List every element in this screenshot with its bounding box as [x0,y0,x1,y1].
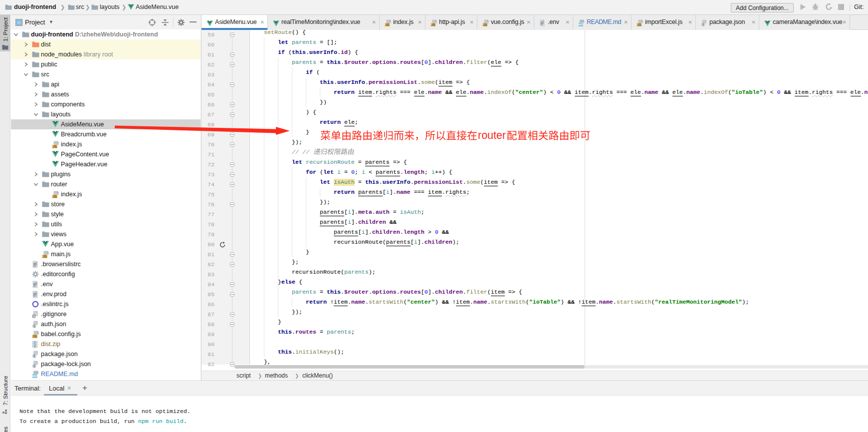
svg-text:JS: JS [431,23,435,26]
svg-text:MD: MD [579,23,583,26]
svg-text:JS: JS [637,23,641,26]
svg-text:JS: JS [43,255,47,258]
svg-text:JS: JS [53,145,57,148]
svg-text:JS: JS [53,195,57,198]
svg-text:MD: MD [32,374,37,378]
svg-text:JS: JS [33,335,37,338]
svg-text:JS: JS [483,23,487,26]
svg-text:JS: JS [385,23,389,26]
